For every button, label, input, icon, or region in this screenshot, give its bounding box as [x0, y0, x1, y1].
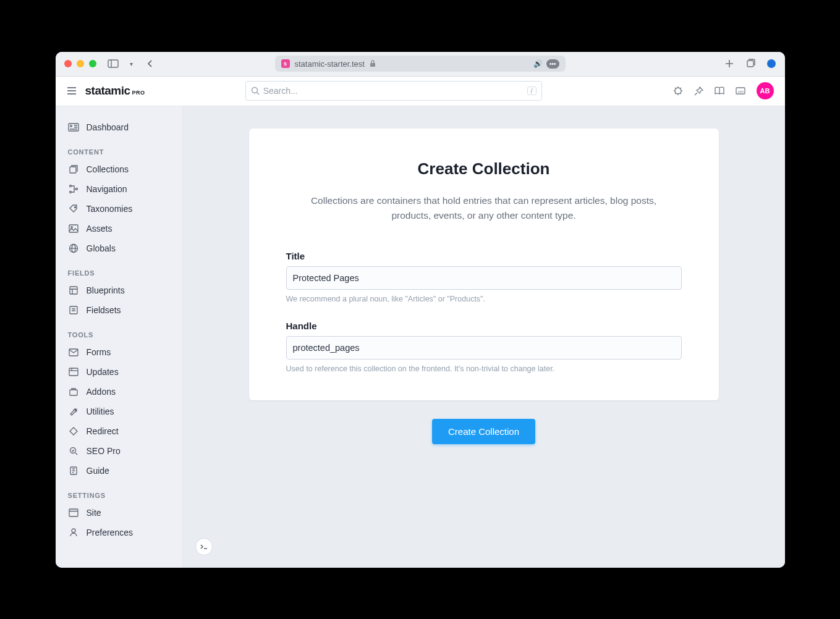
sidebar-item-label: Globals [87, 243, 116, 253]
field-title: Title We recommend a plural noun, like "… [286, 251, 682, 303]
updates-icon [68, 366, 79, 377]
svg-line-19 [675, 93, 676, 95]
main-content: Create Collection Collections are contai… [183, 106, 785, 568]
new-tab-button[interactable] [724, 59, 734, 69]
lock-icon [370, 60, 376, 67]
sidebar-item-seo-pro[interactable]: SEO Pro [56, 441, 182, 461]
domain-icon[interactable]: .com [736, 87, 745, 95]
create-collection-card: Create Collection Collections are contai… [249, 128, 719, 401]
forms-icon [68, 347, 79, 358]
addons-icon [68, 386, 79, 397]
sidebar-heading: CONTENT [56, 137, 182, 159]
globe-icon [68, 243, 79, 254]
sidebar-item-preferences[interactable]: Preferences [56, 523, 182, 542]
svg-line-18 [680, 93, 681, 95]
redirect-icon [68, 426, 79, 437]
svg-point-31 [70, 226, 72, 228]
title-input[interactable] [286, 266, 682, 290]
sidebar-heading: FIELDS [56, 258, 182, 280]
sidebar-item-label: Assets [87, 224, 112, 234]
sidebar-item-guide[interactable]: Guide [56, 461, 182, 481]
console-button[interactable] [195, 538, 213, 555]
sidebar-item-label: Utilities [87, 406, 114, 416]
global-search[interactable]: / [245, 81, 542, 101]
svg-point-29 [74, 206, 75, 208]
bug-icon[interactable] [673, 86, 683, 96]
brand-logo[interactable]: statamicPRO [85, 84, 145, 98]
close-window-button[interactable] [64, 60, 72, 67]
svg-point-6 [767, 59, 776, 68]
browser-window: ▾ s statamic-starter.test 🔊 ••• [56, 52, 785, 568]
reader-badge-icon[interactable]: ••• [546, 59, 559, 69]
preferences-icon [68, 527, 79, 538]
site-icon [68, 507, 79, 518]
svg-rect-41 [70, 390, 77, 395]
sidebar-item-navigation[interactable]: Navigation [56, 179, 182, 199]
navigation-icon [68, 183, 79, 195]
address-url: statamic-starter.test [295, 59, 365, 69]
search-icon [251, 86, 260, 95]
sidebar-item-label: Blueprints [87, 285, 125, 295]
back-button[interactable] [145, 59, 156, 69]
search-shortcut-hint: / [527, 86, 537, 95]
sidebar-item-forms[interactable]: Forms [56, 342, 182, 362]
minimize-window-button[interactable] [77, 60, 84, 67]
pin-icon[interactable] [694, 86, 703, 96]
create-collection-button[interactable]: Create Collection [432, 419, 535, 444]
tag-icon [68, 203, 79, 214]
sidebar-item-label: Guide [87, 466, 109, 476]
site-favicon-icon: s [281, 59, 290, 68]
collections-icon [68, 164, 79, 175]
brand-name: statamic [85, 84, 130, 98]
sidebar-item-addons[interactable]: Addons [56, 382, 182, 402]
sidebar-item-dashboard[interactable]: Dashboard [56, 117, 182, 137]
svg-rect-38 [69, 368, 78, 376]
menu-toggle-button[interactable] [67, 86, 77, 95]
maximize-window-button[interactable] [89, 60, 96, 67]
sidebar-item-label: Fieldsets [87, 305, 121, 315]
sidebar-item-label: Preferences [87, 528, 133, 537]
sidebar-item-label: Redirect [87, 426, 119, 436]
sidebar-item-site[interactable]: Site [56, 503, 182, 523]
extension-icon[interactable] [766, 59, 776, 69]
svg-line-11 [257, 93, 259, 95]
book-icon[interactable] [715, 86, 724, 95]
handle-help: Used to reference this collection on the… [286, 364, 682, 373]
sidebar-item-updates[interactable]: Updates [56, 362, 182, 382]
svg-rect-2 [370, 63, 375, 67]
sidebar-item-redirect[interactable]: Redirect [56, 421, 182, 441]
user-avatar[interactable]: AB [757, 82, 774, 99]
svg-point-24 [70, 125, 72, 127]
svg-rect-36 [70, 306, 77, 314]
field-handle: Handle Used to reference this collection… [286, 321, 682, 373]
sidebar-heading: TOOLS [56, 320, 182, 342]
chevron-down-icon[interactable]: ▾ [126, 59, 137, 69]
sidebar-item-fieldsets[interactable]: Fieldsets [56, 300, 182, 320]
sidebar-item-assets[interactable]: Assets [56, 219, 182, 238]
sidebar-item-label: SEO Pro [87, 446, 121, 456]
audio-icon[interactable]: 🔊 [533, 59, 543, 68]
handle-input[interactable] [286, 336, 682, 360]
sidebar-item-globals[interactable]: Globals [56, 238, 182, 258]
address-bar[interactable]: s statamic-starter.test 🔊 ••• [275, 56, 566, 72]
sidebar-item-label: Site [87, 508, 101, 518]
sidebar-toggle-icon[interactable] [108, 59, 119, 69]
sidebar-item-label: Addons [87, 387, 116, 397]
svg-rect-25 [70, 167, 76, 173]
title-label: Title [286, 251, 682, 261]
tabs-overview-button[interactable] [745, 59, 755, 69]
sidebar-item-collections[interactable]: Collections [56, 159, 182, 179]
sidebar-item-blueprints[interactable]: Blueprints [56, 280, 182, 300]
handle-label: Handle [286, 321, 682, 331]
sidebar-item-taxonomies[interactable]: Taxonomies [56, 199, 182, 219]
sidebar-item-label: Taxonomies [87, 204, 133, 214]
traffic-lights [64, 60, 96, 67]
guide-icon [68, 465, 79, 476]
dashboard-icon [68, 122, 79, 133]
image-icon [68, 223, 79, 234]
svg-point-47 [72, 529, 75, 533]
svg-point-26 [69, 185, 71, 187]
sidebar-item-utilities[interactable]: Utilities [56, 402, 182, 421]
search-input[interactable] [263, 86, 527, 96]
utilities-icon [68, 406, 79, 417]
